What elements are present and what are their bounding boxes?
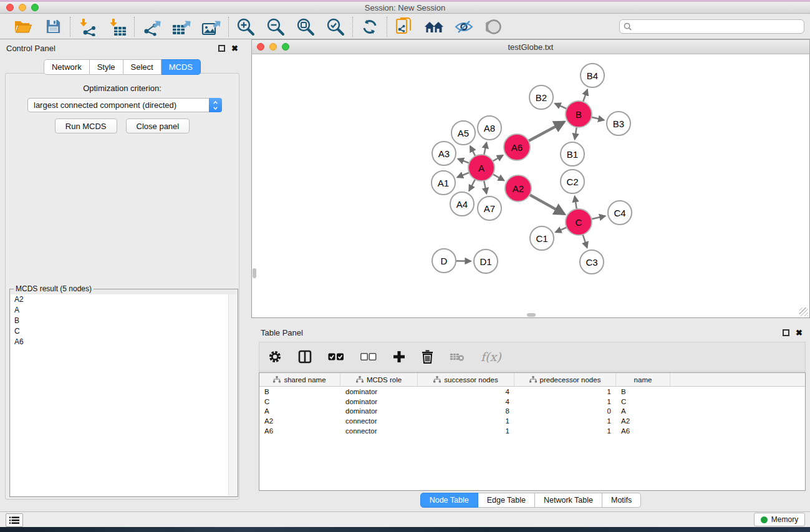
memory-button[interactable]: Memory <box>754 513 805 526</box>
table-row[interactable]: Adominator80A <box>259 407 805 417</box>
mcds-result-item[interactable]: B <box>11 316 228 326</box>
search-box[interactable] <box>619 19 804 34</box>
graph-node-C3[interactable]: C3 <box>579 249 604 274</box>
tab-network[interactable]: Network <box>44 59 90 75</box>
graph-node-B4[interactable]: B4 <box>580 63 605 88</box>
resize-grip[interactable] <box>799 307 808 316</box>
mcds-result-item[interactable]: A <box>11 305 228 316</box>
sort-tree-icon[interactable] <box>356 376 364 383</box>
table-row[interactable]: Bdominator41B <box>259 387 805 397</box>
column-header-name[interactable]: name <box>616 373 670 386</box>
table-cell: 1 <box>418 427 514 435</box>
column-header-shared-name[interactable]: shared name <box>259 373 340 386</box>
table-cell: 8 <box>418 407 514 415</box>
table-panel-header: Table Panel ✖ <box>251 324 810 341</box>
float-table-panel-icon[interactable] <box>783 329 789 336</box>
table-settings-gear-icon[interactable] <box>268 350 282 364</box>
run-mcds-button[interactable]: Run MCDS <box>55 118 117 133</box>
home-icon[interactable] <box>423 17 445 37</box>
close-panel-icon[interactable]: ✖ <box>231 44 238 52</box>
zoom-selected-icon[interactable] <box>325 17 346 37</box>
graph-node-A7[interactable]: A7 <box>477 196 502 221</box>
node-table[interactable]: shared nameMCDS rolesuccessor nodesprede… <box>259 372 806 491</box>
import-network-icon[interactable] <box>77 17 98 37</box>
column-header-predecessor-nodes[interactable]: predecessor nodes <box>514 373 616 386</box>
table-row[interactable]: A6connector11A6 <box>259 426 805 436</box>
graph-node-D[interactable]: D <box>432 248 456 273</box>
close-panel-button[interactable]: Close panel <box>126 118 190 133</box>
refresh-icon[interactable] <box>359 17 380 37</box>
zoom-out-icon[interactable] <box>265 17 286 37</box>
tab-node-table[interactable]: Node Table <box>420 493 478 508</box>
hide-eye-icon[interactable] <box>453 17 475 37</box>
graph-node-A[interactable]: A <box>468 154 495 181</box>
network-window-titlebar[interactable]: testGlobe.txt <box>251 39 810 54</box>
mcds-result-item[interactable]: A6 <box>11 337 228 347</box>
mcds-result-list[interactable]: A2ABCA6 <box>11 294 228 496</box>
graph-node-B1[interactable]: B1 <box>560 142 585 167</box>
dropdown-stepper-icon[interactable] <box>209 98 222 112</box>
graph-node-A1[interactable]: A1 <box>431 170 456 195</box>
graph-node-C1[interactable]: C1 <box>529 226 554 251</box>
tab-network-table[interactable]: Network Table <box>535 493 602 508</box>
table-panel-title: Table Panel <box>261 328 303 337</box>
table-cell: dominator <box>340 388 418 395</box>
graph-node-A3[interactable]: A3 <box>432 141 456 166</box>
task-history-button[interactable] <box>6 513 23 527</box>
horizontal-scrollbar-thumb[interactable] <box>527 313 536 317</box>
mcds-result-item[interactable]: A2 <box>11 294 228 305</box>
graph-node-A5[interactable]: A5 <box>451 120 476 145</box>
vertical-scrollbar-thumb[interactable] <box>253 268 256 278</box>
mcds-result-item[interactable]: C <box>11 326 228 337</box>
zoom-in-icon[interactable] <box>235 17 256 37</box>
network-canvas[interactable]: AA6A2BCB4B2B3B1A5A8A3A1A4A7C2C4C1C3DD1 <box>251 54 810 318</box>
add-column-icon[interactable] <box>393 351 405 363</box>
optimization-criterion-dropdown[interactable]: largest connected component (directed) <box>27 98 222 112</box>
table-panel: Table Panel ✖ <box>251 324 810 511</box>
export-network-icon[interactable] <box>141 17 162 37</box>
search-icon <box>624 22 632 31</box>
tab-motifs[interactable]: Motifs <box>602 493 641 508</box>
table-row[interactable]: Cdominator41C <box>259 397 805 407</box>
sort-tree-icon[interactable] <box>273 376 281 383</box>
mcds-result-scrollbar[interactable] <box>228 294 237 496</box>
delete-trash-icon[interactable] <box>422 350 433 364</box>
import-table-icon[interactable] <box>107 17 128 37</box>
sort-tree-icon[interactable] <box>529 376 537 383</box>
table-row[interactable]: A2connector11A2 <box>259 416 805 426</box>
sort-tree-icon[interactable] <box>433 376 441 383</box>
export-image-icon[interactable] <box>201 17 222 37</box>
graph-node-C4[interactable]: C4 <box>607 200 632 225</box>
deselect-all-icon[interactable] <box>360 353 377 361</box>
graph-node-C2[interactable]: C2 <box>560 169 585 194</box>
tab-mcds[interactable]: MCDS <box>162 59 201 75</box>
tab-select[interactable]: Select <box>123 59 162 75</box>
graph-node-B[interactable]: B <box>565 100 592 128</box>
search-input[interactable] <box>634 22 800 31</box>
column-view-icon[interactable] <box>298 350 312 364</box>
table-cell: A2 <box>616 417 670 425</box>
graph-node-C[interactable]: C <box>565 208 592 236</box>
table-cell: 4 <box>418 388 514 395</box>
graph-node-A4[interactable]: A4 <box>450 191 475 216</box>
clone-network-icon[interactable] <box>393 17 415 37</box>
graph-node-A2[interactable]: A2 <box>504 175 532 202</box>
table-body: Bdominator41BCdominator41CAdominator80AA… <box>259 387 805 436</box>
tab-edge-table[interactable]: Edge Table <box>478 493 535 508</box>
column-header-MCDS-role[interactable]: MCDS role <box>340 373 418 386</box>
save-session-icon[interactable] <box>42 17 64 37</box>
graph-node-D1[interactable]: D1 <box>473 249 498 274</box>
export-table-icon[interactable] <box>171 17 192 37</box>
graph-node-A8[interactable]: A8 <box>477 115 502 140</box>
graph-node-B3[interactable]: B3 <box>606 111 631 136</box>
tab-style[interactable]: Style <box>90 59 123 75</box>
zoom-fit-icon[interactable] <box>295 17 316 37</box>
select-all-icon[interactable] <box>328 353 344 361</box>
open-file-icon[interactable] <box>12 17 34 37</box>
eye-icon[interactable] <box>483 17 504 37</box>
float-panel-icon[interactable] <box>218 45 225 52</box>
graph-node-A6[interactable]: A6 <box>503 133 531 161</box>
column-header-successor-nodes[interactable]: successor nodes <box>418 373 514 386</box>
graph-node-B2[interactable]: B2 <box>529 85 554 110</box>
close-table-panel-icon[interactable]: ✖ <box>796 329 803 337</box>
